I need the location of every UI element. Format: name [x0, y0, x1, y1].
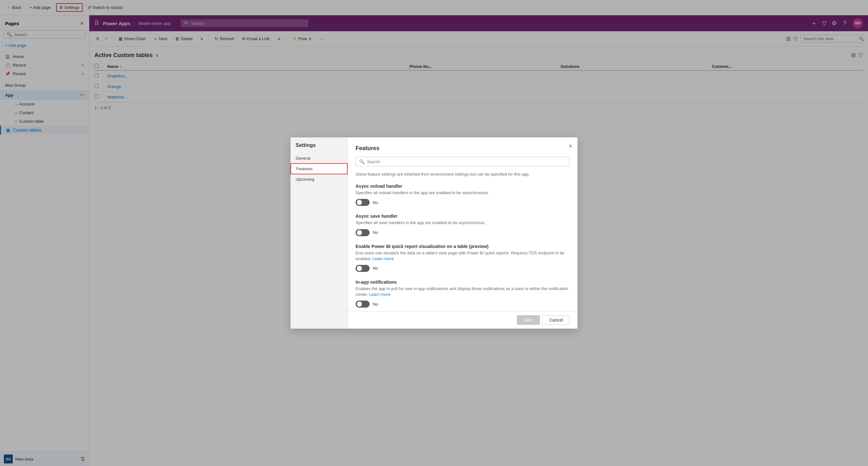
feature-async-onload-toggle-row: No — [355, 199, 570, 206]
notifications-learn-more-link[interactable]: Learn more — [369, 292, 390, 297]
feature-notifications-toggle-row: No — [355, 301, 570, 308]
feature-async-save-toggle-row: No — [355, 229, 570, 236]
toggle-knob-4 — [357, 302, 362, 307]
async-onload-toggle-label: No — [373, 200, 378, 205]
toggle-knob-2 — [357, 230, 362, 235]
dialog-nav-upcoming[interactable]: Upcoming — [290, 174, 348, 184]
save-button[interactable]: Save — [517, 315, 540, 325]
feature-async-onload-title: Async onload handler — [355, 184, 570, 189]
feature-power-bi: Enable Power BI quick report visualizati… — [355, 244, 570, 272]
dialog-search-icon: 🔍 — [359, 159, 365, 164]
dialog-close-button[interactable]: × — [568, 142, 572, 150]
feature-power-bi-title: Enable Power BI quick report visualizati… — [355, 244, 570, 249]
dialog-nav-general[interactable]: General — [290, 153, 348, 163]
notifications-toggle-label: No — [373, 302, 378, 307]
dialog-nav-title: Settings — [290, 142, 348, 153]
dialog-search-box[interactable]: 🔍 — [355, 157, 570, 166]
feature-async-onload: Async onload handler Specifies all onloa… — [355, 184, 570, 206]
feature-notifications-title: In-app notifications — [355, 279, 570, 285]
dialog-subtitle: Some feature settings are inherited from… — [355, 171, 570, 177]
feature-in-app-notifications: In-app notifications Enables the app to … — [355, 279, 570, 308]
feature-notifications-desc: Enables the app to poll for new in-app n… — [355, 286, 570, 297]
feature-async-onload-desc: Specifies all onload handlers in the app… — [355, 190, 570, 196]
dialog-nav: Settings General Features Upcoming — [290, 137, 348, 329]
feature-power-bi-toggle-row: No — [355, 265, 570, 272]
feature-async-save: Async save handler Specifies all save ha… — [355, 213, 570, 236]
feature-power-bi-desc: End users can visualize the data on a ta… — [355, 250, 570, 262]
dialog-overlay[interactable]: Settings General Features Upcoming Featu… — [0, 0, 868, 466]
power-bi-toggle-label: No — [373, 266, 378, 271]
dialog-footer: Save Cancel — [348, 311, 578, 329]
cancel-button[interactable]: Cancel — [542, 315, 570, 325]
toggle-knob — [357, 200, 362, 205]
async-onload-toggle[interactable] — [355, 199, 370, 206]
power-bi-learn-more-link[interactable]: Learn more — [373, 256, 394, 261]
dialog-nav-features[interactable]: Features — [290, 163, 348, 174]
notifications-toggle[interactable] — [355, 301, 370, 308]
feature-async-save-title: Async save handler — [355, 213, 570, 219]
settings-dialog: Settings General Features Upcoming Featu… — [290, 137, 578, 329]
toggle-knob-3 — [357, 266, 362, 271]
dialog-content-wrapper: Features 🔍 Some feature settings are inh… — [348, 137, 578, 329]
dialog-search-input[interactable] — [367, 159, 566, 164]
power-bi-toggle[interactable] — [355, 265, 370, 272]
async-save-toggle-label: No — [373, 230, 378, 235]
feature-async-save-desc: Specifies all save handlers in the app a… — [355, 220, 570, 226]
dialog-features-title: Features — [355, 145, 570, 152]
async-save-toggle[interactable] — [355, 229, 370, 236]
dialog-content: Features 🔍 Some feature settings are inh… — [348, 137, 578, 311]
